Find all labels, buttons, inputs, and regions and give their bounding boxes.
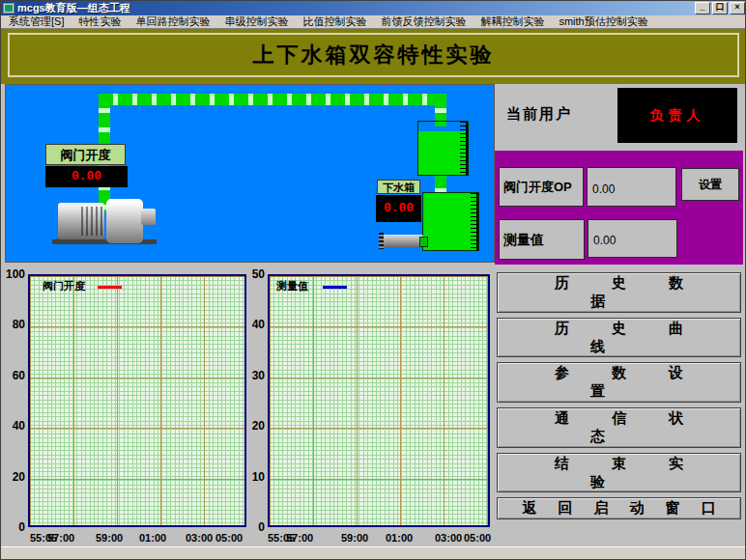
measured-value-label: 测量值 (499, 219, 585, 260)
y-tick: 40 (3, 419, 25, 433)
status-bar (1, 546, 746, 560)
menu-bar: 系统管理[S] 特性实验 单回路控制实验 串级控制实验 比值控制实验 前馈反馈控… (1, 15, 746, 29)
x-tick: 01:00 (386, 532, 413, 544)
menu-item-cascade[interactable]: 串级控制实验 (224, 14, 288, 29)
x-tick: 59:00 (96, 532, 123, 544)
y-tick: 10 (250, 470, 265, 484)
pump-motor-graphic (58, 203, 104, 239)
x-tick: 05:00 (464, 532, 491, 544)
window-title: mcgs教育版—组态工程 (17, 1, 130, 15)
upper-tank-graphic (417, 121, 469, 176)
lower-tank-level-display: 0.00 (376, 195, 421, 222)
valve-trend-legend-line (98, 286, 122, 289)
pump-head-graphic (106, 199, 143, 243)
current-user-label: 当前用户 (506, 105, 572, 124)
x-tick: 03:00 (186, 532, 213, 544)
y-tick: 0 (3, 520, 25, 534)
valve-trend-chart: 100 80 60 40 20 0 阀门开度 55:05 57:00 59:00… (3, 266, 250, 547)
menu-item-smith[interactable]: smith预估控制实验 (559, 14, 647, 29)
valve-opening-display: 0.00 (45, 166, 128, 187)
y-tick: 40 (250, 318, 265, 331)
measured-value-legend-line (323, 286, 347, 289)
valve-trend-plot-area (28, 274, 246, 527)
pump-nozzle-graphic (141, 209, 156, 225)
y-tick: 30 (250, 369, 265, 382)
menu-item-system[interactable]: 系统管理[S] (9, 14, 64, 29)
parameter-settings-button[interactable]: 参数设置 (497, 362, 741, 403)
measured-value-legend-label: 测量值 (276, 279, 308, 294)
y-tick: 100 (3, 267, 25, 281)
menu-item-decoupling[interactable]: 解耦控制实验 (480, 14, 544, 29)
page-title-box: 上下水箱双容特性实验 (8, 33, 739, 77)
valve-trend-legend-label: 阀门开度 (43, 279, 85, 294)
window-titlebar: mcgs教育版—组态工程 _ 口 × (1, 1, 746, 15)
mcgs-runtime-window: mcgs教育版—组态工程 _ 口 × 系统管理[S] 特性实验 单回路控制实验 … (0, 0, 746, 560)
nav-button-column: 历史数据 历史曲线 参数设置 通信状态 结束实验 返回启动窗口 (497, 272, 741, 519)
history-data-button[interactable]: 历史数据 (497, 272, 741, 313)
x-tick: 57:00 (286, 532, 313, 544)
end-experiment-button[interactable]: 结束实验 (497, 453, 741, 493)
pipe-top-run (99, 94, 446, 105)
measured-value-input[interactable] (588, 219, 677, 258)
y-tick: 20 (250, 419, 265, 433)
x-tick: 57:00 (47, 532, 74, 544)
current-user-display: 负责人 (617, 88, 737, 143)
y-tick: 50 (250, 267, 265, 281)
y-tick: 80 (3, 318, 25, 331)
y-tick: 20 (3, 470, 25, 484)
x-tick: 01:00 (139, 532, 166, 544)
menu-item-single-loop[interactable]: 单回路控制实验 (135, 14, 210, 29)
set-button[interactable]: 设置 (681, 168, 739, 201)
pump-motor-fins (81, 207, 102, 236)
outlet-valve-graphic (383, 235, 423, 247)
current-user-value: 负责人 (650, 107, 705, 125)
process-diagram: 阀门开度 0.00 下水箱 0.00 (5, 84, 495, 263)
lower-tank-label: 下水箱 (377, 180, 420, 194)
minimize-icon[interactable]: _ (695, 2, 710, 14)
valve-op-input[interactable] (587, 167, 676, 207)
communication-status-button[interactable]: 通信状态 (497, 407, 741, 448)
page-title: 上下水箱双容特性实验 (253, 41, 495, 70)
control-panel: 阀门开度OP 设置 测量值 (495, 151, 743, 265)
history-curve-button[interactable]: 历史曲线 (497, 318, 741, 358)
restore-icon[interactable]: 口 (712, 2, 728, 14)
return-startup-window-button[interactable]: 返回启动窗口 (497, 497, 741, 519)
mcgs-app-icon (3, 3, 14, 14)
valve-opening-label: 阀门开度 (45, 144, 126, 165)
menu-item-feedforward[interactable]: 前馈反馈控制实验 (381, 14, 466, 29)
menu-item-characteristic[interactable]: 特性实验 (78, 14, 121, 29)
x-tick: 05:00 (215, 532, 243, 544)
y-tick: 0 (250, 520, 265, 534)
lower-tank-scale (471, 193, 478, 250)
x-tick: 59:00 (341, 532, 368, 544)
menu-item-ratio[interactable]: 比值控制实验 (302, 14, 366, 29)
lower-tank-graphic (422, 192, 479, 251)
upper-tank-scale (460, 122, 468, 175)
measured-value-plot-area (268, 274, 490, 527)
measured-value-trend-chart: 50 40 30 20 10 0 测量值 55:05 57:00 59:00 0… (250, 266, 496, 547)
close-icon[interactable]: × (730, 2, 745, 14)
x-tick: 03:00 (435, 532, 462, 544)
valve-op-label: 阀门开度OP (499, 167, 584, 207)
y-tick: 60 (3, 369, 25, 382)
